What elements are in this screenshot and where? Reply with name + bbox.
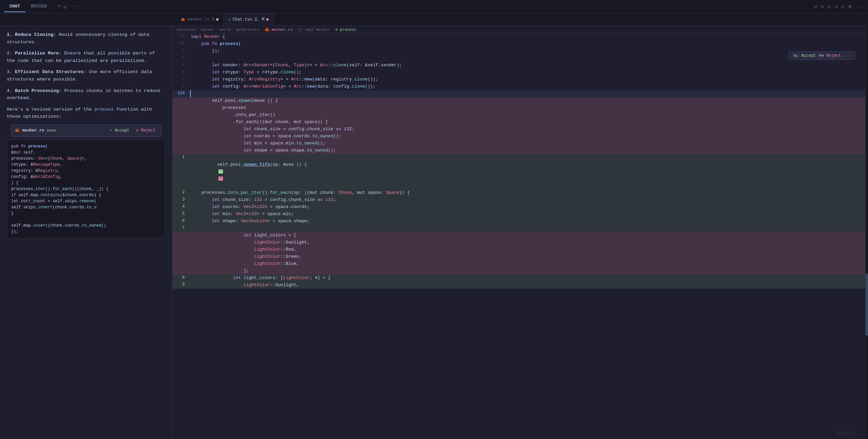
bc-fn: ⊙ process [335,27,356,32]
deleted-lc5: LightColor::Blue, [173,260,865,268]
float-reject-label[interactable]: Reject [826,53,841,58]
diff-reject-button[interactable]: ✗ Reject [134,127,158,135]
deleted-1: self.pool.spawn(move || { [173,97,865,105]
accept-kbd: ⌘↵ [792,53,800,58]
process-link[interactable]: process [94,107,114,112]
code-line-9: if self.map.contains(&chunk.coords) { [11,192,161,198]
deleted-2: processes [173,105,865,112]
minimap[interactable] [865,26,868,439]
code-line-1: pub fn process( [11,143,161,149]
tab-review[interactable]: REVIEW [25,1,52,12]
yes-badge: Y [219,169,223,174]
deleted-4: .for_each(|(mut chunk, mut space)| { [173,119,865,126]
deleted-lc3: LightColor::Red, [173,246,865,253]
code-line-14: self.map.insert(chunk.coords.to_owned() [11,223,161,229]
deleted-lc1: let light_colors = [ [173,232,865,239]
main-area: 1. Reduce Cloning: Avoid unnecessary clo… [0,26,868,439]
code-line-2: &mut self, [11,149,161,156]
code-line-5: registry: &Registry, [11,168,161,174]
title-bar-right: ↺ ⊙ ◎ ⇥ ▷ ⊞ ··· [814,4,864,9]
bc-server: server [200,27,214,32]
diff-file-name: mesher.rs [22,128,44,134]
chat-modified-dot [266,18,269,21]
mesher-tab-label: mesher.rs 6 [187,17,214,22]
code-editor[interactable]: 71 impl Mesher { 20 pub fn process( 6 })… [173,33,865,439]
bc-file: 🦀 mesher.rs [265,27,293,32]
undo-icon[interactable]: ↺ [814,4,817,9]
chat-content: 1. Reduce Cloning: Avoid unnecessary clo… [0,26,172,439]
code-line-4: r#type: &MessageType, [11,162,161,168]
tab-group: CHAT REVIEW [4,1,52,12]
editor-tabs: 🦀 mesher.rs 6 ⚛ Chat.tsx 2, M [0,14,868,26]
line-134: 134 [173,90,865,97]
more-icon[interactable]: ··· [69,3,79,10]
deleted-7: let min = space.min.to_owned(); [173,140,865,147]
added-9: 9 LightColor::Sunlight, [173,282,865,289]
line-2: 2 let registry: Arc<Registry> = Arc::new… [173,76,865,83]
diff-done-badge: Done [47,128,56,134]
deleted-lc2: LightColor::Sunlight, [173,239,865,246]
float-accept-bar: ⌘↵ Accept ⌘⌫ Reject ↑ ↓ [789,51,855,60]
line-5: 5 [173,55,865,62]
title-bar: CHAT REVIEW + ↺ ··· ↺ ⊙ ◎ ⇥ ▷ ⊞ ··· [0,0,868,14]
circle-icon[interactable]: ◎ [828,4,830,9]
chat-item-1: 1. Reduce Cloning: Avoid unnecessary clo… [7,31,165,46]
code-line-11: self.skips.insert(chunk.coords.to_o [11,204,161,210]
added-6: 6 let shape: Vec3<usize> = space.shape; [173,218,865,225]
chat-tab-label: Chat.tsx 2, M [233,17,265,22]
line-4: 4 let sender: Arc<Sender<(Chunk, Type)>>… [173,62,865,69]
bc-impl: {} impl Mesher [298,27,330,32]
up-arrow-icon[interactable]: ↑ [843,53,846,58]
react-icon: ⚛ [228,17,231,22]
chat-revision-intro: Here's a revised version of the process … [7,106,165,120]
code-line-8: processes.iter().for_each(|(chunk, _)| { [11,186,161,192]
line-6: 6 }); [173,48,865,55]
down-arrow-icon[interactable]: ↓ [848,53,851,58]
target-icon[interactable]: ⊙ [821,4,824,9]
diff-accept-bar: 🦀 mesher.rs Done ✓ Accept ✗ Reject [11,124,161,137]
overflow-icon[interactable]: ··· [855,4,864,9]
deleted-8: let shape = space.shape.to_owned(); [173,147,865,154]
editor-panel: voxelize › server › world › generators ›… [173,26,865,439]
deleted-lc4: LightColor::Green, [173,253,865,260]
added-7: 7 [173,225,865,232]
float-accept-label[interactable]: Accept [801,53,816,58]
added-1: 1 self.pool.spawn_fifo(op: move || { Y N [173,154,865,189]
added-5: 5 let min: Vec3<i32> = space.min; [173,211,865,218]
play-icon[interactable]: ▷ [842,4,844,9]
watermark: CSDN @z丰... [835,431,861,436]
tab-chat-tsx[interactable]: ⚛ Chat.tsx 2, M [224,14,274,26]
mesher-modified-dot [216,18,219,21]
title-bar-actions: + ↺ ··· [58,3,79,10]
rust-icon: 🦀 [181,17,185,22]
line-1: 1 let config: Arc<WorldConfig> = Arc::ne… [173,83,865,90]
history-icon[interactable]: ↺ [64,3,67,10]
minimap-viewport [866,274,868,336]
tab-chat[interactable]: CHAT [4,1,25,12]
deleted-lc6: ]; [173,268,865,275]
chat-item-3: 3. Efficient Data Structures: Use more e… [7,68,165,83]
chat-item-2: 2. Parallelize More: Ensure that all pos… [7,50,165,64]
reject-kbd: ⌘⌫ [817,53,825,58]
add-icon[interactable]: + [58,3,61,10]
line-20: 20 pub fn process( [173,41,865,48]
deleted-3: .into_par_iter() [173,112,865,119]
added-8: 8 let light_colors: [LightColor; 4] = [ [173,275,865,282]
added-4: 4 let coords: Vec2<i32> = space.coords; [173,204,865,211]
chat-panel: 1. Reduce Cloning: Avoid unnecessary clo… [0,26,173,439]
code-block: pub fn process( &mut self, processes: Ve… [7,140,165,238]
added-3: 3 let chunk_size: i32 = config.chunk_siz… [173,197,865,204]
bc-voxelize: voxelize [177,27,195,32]
code-line-6: config: &WorldConfig, [11,174,161,180]
code-line-10: let curr_count = self.skips.remove( [11,198,161,204]
line-71: 71 impl Mesher { [173,33,865,41]
diff-accept-button[interactable]: ✓ Accept [108,127,132,135]
forward-icon[interactable]: ⇥ [835,4,837,9]
split-icon[interactable]: ⊞ [848,4,851,9]
tab-mesher-rs[interactable]: 🦀 mesher.rs 6 [176,14,224,26]
code-line-12: } [11,210,161,216]
code-line-7: ) { [11,180,161,186]
no-badge: N [219,177,223,181]
code-line-3: processes: Vec<(Chunk, Space)>, [11,156,161,162]
code-line-15: }); [11,229,161,235]
